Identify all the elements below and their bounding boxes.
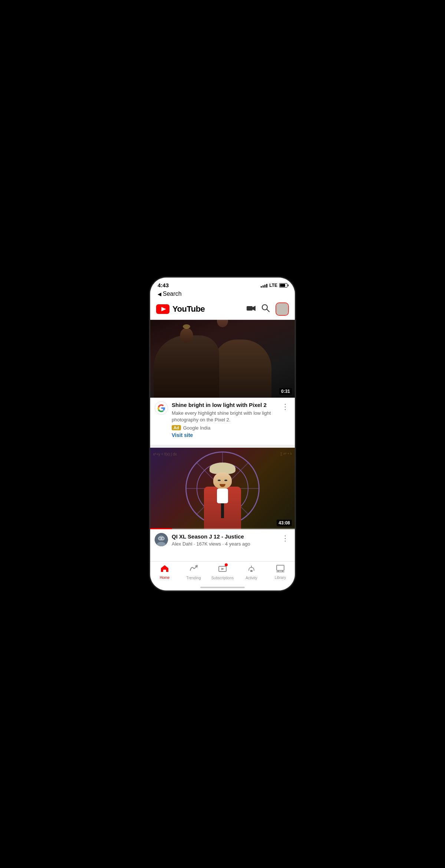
video-channel: Alex Dahl [172, 541, 192, 547]
avatar-image [276, 303, 288, 315]
ad-info: Shine bright in low light with Pixel 2 M… [150, 398, 295, 442]
signal-icon [261, 283, 267, 288]
back-navigation[interactable]: ◀ Search [150, 290, 295, 299]
bottom-navigation: Home Trending [150, 561, 295, 584]
progress-bar [150, 528, 295, 529]
video-info: QI XL Season J 12 - Justice Alex Dahl · … [150, 529, 295, 551]
nav-library[interactable]: Library [269, 565, 291, 580]
svg-marker-3 [253, 306, 256, 311]
ad-thumbnail[interactable]: 0:31 [150, 320, 295, 398]
nav-trending[interactable]: Trending [182, 564, 205, 580]
home-indicator [150, 584, 295, 590]
video-card[interactable]: x²+y = f(x) ∫ dx ∑ n² + k [150, 448, 295, 551]
app-title: YouTube [172, 304, 205, 314]
section-divider [150, 445, 295, 448]
ad-more-options-icon[interactable]: ⋮ [280, 401, 290, 412]
subscriptions-icon [218, 564, 227, 575]
nav-activity[interactable]: Activity [240, 564, 263, 580]
ad-badge-row: Ad Google India [172, 425, 276, 431]
ad-title: Shine bright in low light with Pixel 2 [172, 401, 276, 409]
svg-line-5 [267, 309, 270, 312]
account-avatar[interactable] [276, 302, 289, 316]
video-meta: Alex Dahl · 167K views · 4 years ago [172, 541, 276, 547]
channel-avatar [155, 533, 168, 546]
svg-marker-14 [221, 568, 224, 570]
judge-figure [200, 463, 245, 529]
ad-subtitle: Make every highlight shine bright with l… [172, 410, 276, 423]
content-feed[interactable]: 0:31 Shine bright in low light with Pixe… [150, 320, 295, 561]
video-duration: 43:08 [277, 520, 292, 526]
nav-subscriptions[interactable]: Subscriptions [211, 564, 234, 580]
youtube-logo-icon [156, 304, 169, 314]
ad-text: Shine bright in low light with Pixel 2 M… [172, 401, 276, 438]
library-icon [276, 565, 284, 574]
home-icon [161, 565, 169, 574]
google-logo [155, 401, 168, 415]
video-views: 167K views [197, 541, 221, 547]
nav-home[interactable]: Home [154, 565, 176, 580]
subscriptions-label: Subscriptions [211, 576, 234, 580]
ad-channel: Google India [183, 425, 211, 431]
search-icon[interactable] [261, 304, 270, 314]
svg-rect-15 [250, 570, 253, 572]
status-right: LTE [261, 283, 287, 288]
video-more-options-icon[interactable]: ⋮ [280, 533, 290, 543]
back-arrow-icon: ◀ [158, 291, 161, 297]
activity-label: Activity [245, 576, 257, 580]
video-text: QI XL Season J 12 - Justice Alex Dahl · … [172, 533, 276, 547]
trending-icon [189, 564, 198, 575]
library-label: Library [275, 576, 286, 580]
phone-frame: 4:43 LTE ◀ Search YouTube [150, 278, 295, 590]
status-time: 4:43 [158, 282, 169, 288]
battery-icon [279, 283, 287, 288]
ad-duration: 0:31 [279, 388, 292, 395]
activity-icon [247, 564, 256, 575]
video-thumbnail[interactable]: x²+y = f(x) ∫ dx ∑ n² + k [150, 448, 295, 529]
back-label: Search [163, 291, 182, 297]
logo-area: YouTube [156, 304, 205, 314]
header-icons [247, 302, 289, 316]
subscription-notification-dot [225, 563, 228, 566]
svg-rect-16 [277, 565, 284, 570]
lte-label: LTE [269, 283, 277, 288]
svg-rect-2 [247, 306, 253, 311]
camera-icon[interactable] [247, 304, 256, 314]
ad-badge: Ad [172, 425, 181, 430]
trending-label: Trending [186, 576, 201, 580]
video-title: QI XL Season J 12 - Justice [172, 533, 276, 540]
app-header: YouTube [150, 299, 295, 320]
video-age: 4 years ago [225, 541, 250, 547]
home-label: Home [160, 576, 170, 580]
ad-video-card[interactable]: 0:31 Shine bright in low light with Pixe… [150, 320, 295, 442]
status-bar: 4:43 LTE [150, 278, 295, 290]
visit-site-link[interactable]: Visit site [172, 432, 276, 438]
